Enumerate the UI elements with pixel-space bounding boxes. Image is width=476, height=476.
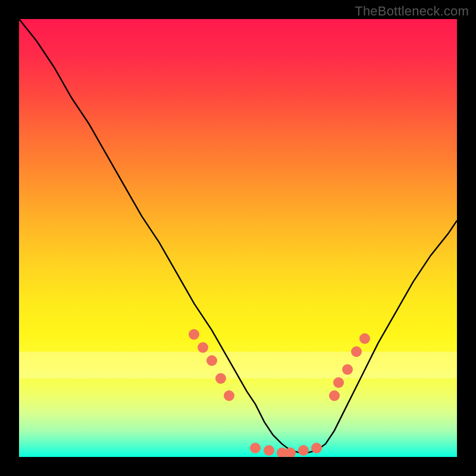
watermark-text: TheBottleneck.com [355,4,469,19]
curve-marker [285,447,296,457]
curve-marker [215,373,226,384]
curve-marker [224,390,234,401]
curve-marker [329,390,340,401]
curve-marker [298,445,309,456]
curve-marker [206,355,217,366]
curve-marker [250,443,261,453]
curve-marker [198,342,208,353]
curve-marker [333,377,344,388]
curve-marker [189,329,199,340]
curve-marker [342,364,353,375]
curve-marker [351,346,362,357]
plot-area [19,19,457,457]
curve-marker [264,445,274,456]
curve-markers [19,19,457,457]
curve-marker [359,333,370,344]
curve-marker [311,443,322,453]
